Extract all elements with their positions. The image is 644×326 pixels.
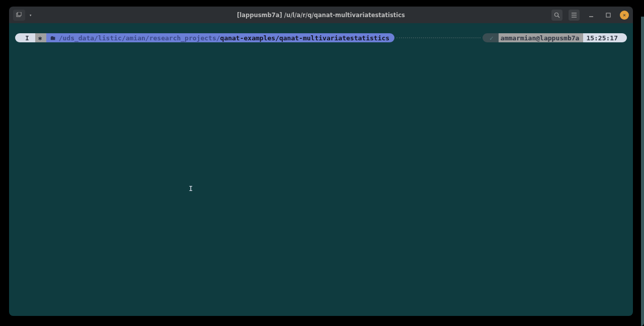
check-icon: ✓: [490, 34, 494, 42]
user-host-segment: ammarmian@lappusmb7a: [494, 33, 584, 42]
status-segment: ✓: [482, 33, 499, 42]
svg-rect-8: [606, 13, 610, 17]
maximize-button[interactable]: [603, 10, 614, 21]
path-highlight: qanat-examples/qanat-multivariatestatist…: [220, 34, 390, 42]
path-segment: 🖿 /uds_data/listic/amian/research_projec…: [41, 33, 394, 42]
window-title: [lappusmb7a] /u/l/a/r/q/qanat-multivaria…: [237, 12, 405, 19]
maximize-icon: [606, 13, 611, 18]
terminal-window: ▾ [lappusmb7a] /u/l/a/r/q/qanat-multivar…: [0, 0, 644, 326]
new-tab-button[interactable]: [13, 10, 25, 21]
close-button[interactable]: ✕: [620, 11, 629, 20]
prompt-line: ┌ I ✱ 🖿 /uds_data/listic/amian/research_…: [15, 33, 627, 42]
vi-mode-indicator: I: [25, 34, 29, 42]
user-host-text: ammarmian@lappusmb7a: [501, 34, 580, 42]
gear-icon: ✱: [38, 34, 42, 42]
svg-point-2: [555, 13, 558, 16]
close-icon: ✕: [623, 12, 626, 18]
prompt-right-segments: ✓ ammarmian@lappusmb7a 15:25:17: [482, 33, 627, 42]
svg-rect-1: [18, 12, 21, 16]
titlebar: ▾ [lappusmb7a] /u/l/a/r/q/qanat-multivar…: [9, 7, 633, 23]
time-text: 15:25:17: [586, 34, 618, 42]
prompt-left-segments: I ✱ 🖿 /uds_data/listic/amian/research_pr…: [15, 33, 394, 42]
terminal-body[interactable]: ┌ I ✱ 🖿 /uds_data/listic/amian/research_…: [9, 23, 633, 316]
search-icon: [554, 12, 560, 18]
tab-dropdown-icon[interactable]: ▾: [27, 13, 34, 18]
minimize-button[interactable]: [586, 10, 597, 21]
hamburger-icon: [571, 13, 577, 18]
hamburger-menu-button[interactable]: [569, 10, 580, 21]
search-button[interactable]: [551, 10, 562, 21]
scrollbar[interactable]: [641, 17, 644, 326]
vi-mode-segment: I: [15, 33, 35, 42]
folder-icon: 🖿: [50, 35, 56, 41]
titlebar-right-controls: ✕: [551, 10, 629, 21]
svg-line-3: [558, 16, 559, 18]
path-prefix: /uds_data/listic/amian/research_projects…: [59, 34, 220, 42]
titlebar-left-controls: ▾: [13, 10, 34, 21]
tab-icon: [16, 12, 22, 18]
minimize-icon: [589, 13, 594, 18]
text-cursor: I: [189, 184, 193, 192]
prompt-divider: [396, 37, 480, 38]
time-segment: 15:25:17: [578, 33, 627, 42]
